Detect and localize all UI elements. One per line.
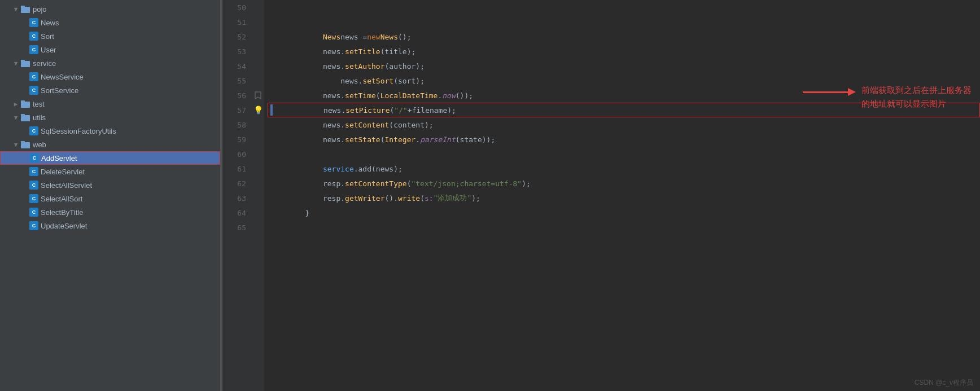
sidebar-item-utils[interactable]: ▼ utils (0, 111, 220, 124)
chevron-down-icon: ▼ (11, 6, 20, 13)
sidebar-item-service[interactable]: ▼ service (0, 56, 220, 70)
gutter-55 (252, 73, 264, 88)
code-line-52: News news = new News(); (270, 29, 980, 44)
sidebar-item-sort[interactable]: C Sort (0, 29, 220, 43)
code-line-63: resp.getWriter().write( s: "添加成功"); (270, 191, 980, 205)
code-line-59: news.setState(Integer.parseInt(state)); (270, 132, 980, 147)
gutter-64 (252, 205, 264, 220)
sidebar-item-label: DeleteServlet (41, 168, 85, 176)
bookmark-icon (255, 91, 261, 99)
sidebar-item-selectallsort[interactable]: C SelectAllSort (0, 192, 220, 205)
line-num-52: 52 (222, 29, 252, 44)
code-line-50 (270, 0, 980, 15)
gutter-57[interactable]: 💡 (252, 103, 264, 117)
arrow-shaft (803, 91, 848, 93)
svg-rect-9 (21, 141, 25, 143)
annotation-arrow (803, 88, 856, 96)
code-content: News news = new News(); news.setTitle(ti… (264, 0, 980, 391)
line-num-61: 61 (222, 161, 252, 176)
gutter-65 (252, 220, 264, 235)
sidebar-item-user[interactable]: C User (0, 43, 220, 56)
sidebar-item-selectallservlet[interactable]: C SelectAllServlet (0, 178, 220, 192)
sidebar-item-sqlsession[interactable]: C SqlSessionFactoryUtils (0, 124, 220, 138)
sidebar-item-label: NewsService (41, 73, 84, 81)
sidebar-item-label: SqlSessionFactoryUtils (41, 127, 116, 135)
class-icon: C (29, 221, 38, 230)
gutter-61 (252, 161, 264, 176)
bulb-icon[interactable]: 💡 (253, 106, 263, 115)
code-line-53: news.setTitle(title); (270, 44, 980, 59)
svg-rect-1 (21, 6, 25, 8)
class-icon: C (29, 181, 38, 190)
folder-icon (20, 59, 30, 68)
sidebar-item-label: Sort (41, 32, 54, 41)
gutter-59 (252, 132, 264, 147)
sidebar-item-selectbytitle[interactable]: C SelectByTitle (0, 205, 220, 219)
line-num-57: 57 (222, 103, 252, 117)
sidebar-item-sortservice[interactable]: C SortService (0, 84, 220, 97)
code-line-60 (270, 147, 980, 161)
sidebar-item-label: utils (33, 113, 46, 122)
line-num-60: 60 (222, 147, 252, 161)
svg-rect-5 (21, 100, 25, 103)
line-num-64: 64 (222, 205, 252, 220)
code-line-64: } (270, 205, 980, 220)
sidebar-item-updateservlet[interactable]: C UpdateServlet (0, 219, 220, 232)
line-numbers: 50 51 52 53 54 55 56 57 58 59 60 61 62 6… (222, 0, 252, 391)
sidebar-item-label: SelectAllSort (41, 195, 82, 203)
sidebar-item-news[interactable]: C News (0, 16, 220, 29)
code-line-61: service.add(news); (270, 161, 980, 176)
line-indicator (270, 104, 273, 116)
class-icon: C (29, 72, 38, 81)
line-num-55: 55 (222, 73, 252, 88)
line-num-51: 51 (222, 15, 252, 29)
folder-icon (20, 113, 30, 122)
sidebar-item-web[interactable]: ▼ web (0, 138, 220, 151)
sidebar-item-label: test (33, 100, 45, 108)
gutter-52 (252, 29, 264, 44)
gutter-60 (252, 147, 264, 161)
code-line-62: resp.setContentType("text/json;charset=u… (270, 176, 980, 191)
code-line-65 (270, 220, 980, 235)
sidebar-item-newsservice[interactable]: C NewsService (0, 70, 220, 84)
chevron-right-icon: ▶ (11, 100, 20, 108)
sidebar-item-label: service (33, 59, 56, 68)
sidebar-item-addservlet[interactable]: C AddServlet (0, 151, 220, 165)
line-num-63: 63 (222, 191, 252, 205)
sidebar-item-label: SelectByTitle (41, 208, 83, 217)
line-num-54: 54 (222, 59, 252, 73)
gutter-58 (252, 117, 264, 132)
line-num-50: 50 (222, 0, 252, 15)
code-line-54: news.setAuthor(author); (270, 59, 980, 73)
class-icon: C (29, 86, 38, 95)
gutter-53 (252, 44, 264, 59)
svg-rect-7 (21, 114, 25, 116)
sidebar-item-label: AddServlet (41, 154, 77, 162)
folder-icon (20, 99, 30, 108)
sidebar-item-pojo[interactable]: ▼ pojo (0, 2, 220, 16)
line-num-56: 56 (222, 88, 252, 103)
sidebar-item-label: pojo (33, 5, 47, 14)
code-line-51 (270, 15, 980, 29)
sidebar-item-deleteservlet[interactable]: C DeleteServlet (0, 165, 220, 178)
code-annotation: 前端获取到之后在拼上服务器的地址就可以显示图片 (803, 84, 974, 111)
gutter-51 (252, 15, 264, 29)
gutter-63 (252, 191, 264, 205)
chevron-down-icon: ▼ (11, 141, 20, 148)
class-icon: C (29, 45, 38, 54)
file-tree-sidebar: ▼ pojo C News C Sort C User ▼ service C … (0, 0, 220, 391)
chevron-down-icon: ▼ (11, 60, 20, 67)
line-num-65: 65 (222, 220, 252, 235)
class-icon: C (29, 18, 38, 27)
gutter-62 (252, 176, 264, 191)
code-editor: 50 51 52 53 54 55 56 57 58 59 60 61 62 6… (222, 0, 980, 391)
sidebar-item-test[interactable]: ▶ test (0, 97, 220, 111)
class-icon: C (29, 194, 38, 203)
line-num-58: 58 (222, 117, 252, 132)
code-line-58: news.setContent(content); (270, 117, 980, 132)
class-icon: C (29, 167, 38, 176)
gutter-56 (252, 88, 264, 103)
sidebar-item-label: SelectAllServlet (41, 181, 92, 190)
class-icon: C (30, 153, 39, 162)
folder-icon (20, 5, 30, 14)
